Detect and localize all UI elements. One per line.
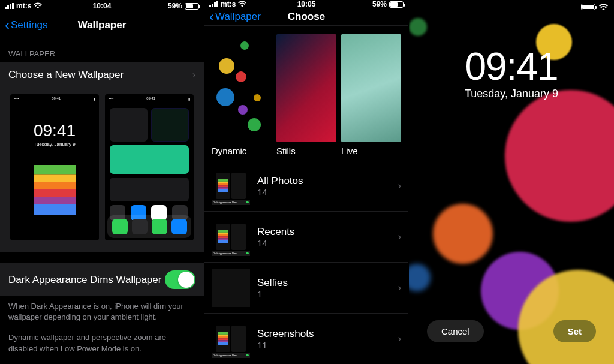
dark-dims-toggle-row: Dark Appearance Dims Wallpaper [0, 263, 204, 296]
nav-title: Wallpaper [78, 19, 127, 31]
back-button[interactable]: ‹ Wallpaper [204, 8, 266, 25]
battery-percent: 59% [372, 0, 387, 8]
choose-label: Choose a New Wallpaper [8, 69, 124, 81]
category-live[interactable]: Live [341, 34, 401, 156]
battery-percent: 59% [168, 2, 182, 10]
wifi-icon [34, 2, 42, 10]
battery-icon [185, 3, 199, 10]
wallpaper-previews: ••••09:41▮ 09:41 Tuesday, January 9 ••••… [0, 88, 204, 252]
action-buttons: Cancel Set [409, 320, 614, 342]
album-thumb: Dark Appearance Dims [212, 320, 250, 358]
footer-text-1: When Dark Appearance is on, iPhone will … [0, 296, 204, 327]
chevron-right-icon: › [192, 70, 195, 80]
footer-text-2: Dynamic wallpaper and perspective zoom a… [0, 327, 204, 359]
panel-wallpaper-settings: mt:s 10:04 59% ‹ Settings Wallpaper WALL… [0, 0, 204, 364]
back-button[interactable]: ‹ Settings [0, 17, 52, 34]
chevron-left-icon: ‹ [209, 8, 214, 25]
category-label: Live [341, 146, 401, 156]
live-thumb [341, 34, 401, 142]
album-thumb: Dark Appearance Dims [212, 218, 250, 256]
carrier-label: mt:s [16, 2, 31, 10]
album-recents[interactable]: Dark Appearance Dims Recents 14 › [204, 212, 408, 263]
dynamic-thumb [212, 34, 272, 142]
chevron-right-icon: › [398, 231, 401, 242]
dark-dims-toggle[interactable] [165, 270, 195, 289]
nav-bar: ‹ Settings Wallpaper [0, 12, 204, 38]
album-name: Recents [257, 226, 391, 238]
back-label: Settings [11, 19, 47, 31]
chevron-right-icon: › [398, 333, 401, 344]
albums-list: Dark Appearance Dims All Photos 14 › Dar… [204, 161, 408, 364]
chevron-right-icon: › [398, 181, 401, 191]
preview-date: Tuesday, January 9 [465, 88, 558, 100]
back-label: Wallpaper [215, 11, 261, 23]
carrier-label: mt:s [221, 0, 236, 8]
battery-icon [581, 4, 595, 10]
album-name: All Photos [257, 175, 391, 187]
album-selfies[interactable]: Selfies 1 › [204, 263, 408, 314]
signal-icon [209, 1, 218, 7]
category-stills[interactable]: Stills [276, 34, 336, 156]
clock-label: 10:04 [93, 2, 112, 10]
album-count: 14 [257, 187, 391, 197]
nav-title: Choose [288, 11, 325, 23]
album-thumb [212, 269, 250, 307]
battery-icon [389, 1, 404, 8]
album-thumb: Dark Appearance Dims [212, 167, 250, 205]
category-label: Stills [276, 146, 336, 156]
set-button[interactable]: Set [553, 320, 596, 342]
wifi-icon [238, 1, 246, 8]
section-header: WALLPAPER [0, 38, 204, 62]
lock-time: 09:41 [34, 121, 76, 140]
wifi-icon [599, 4, 608, 11]
signal-icon [5, 3, 14, 9]
toggle-label: Dark Appearance Dims Wallpaper [8, 274, 161, 286]
chevron-left-icon: ‹ [5, 17, 10, 34]
status-bar [409, 0, 614, 15]
chevron-right-icon: › [398, 282, 401, 293]
stills-thumb [276, 34, 336, 142]
panel-choose-wallpaper: mt:s 10:05 59% ‹ Wallpaper Choose Dynami… [204, 0, 409, 364]
album-count: 1 [257, 289, 391, 299]
album-name: Screenshots [257, 328, 391, 340]
album-count: 14 [257, 238, 391, 248]
apple-logo-icon [34, 165, 76, 215]
cancel-button[interactable]: Cancel [427, 320, 484, 342]
wallpaper-categories: Dynamic Stills Live [204, 26, 408, 161]
category-dynamic[interactable]: Dynamic [212, 34, 272, 156]
album-screenshots[interactable]: Dark Appearance Dims Screenshots 11 › [204, 314, 408, 364]
lock-screen-preview[interactable]: ••••09:41▮ 09:41 Tuesday, January 9 [10, 94, 99, 240]
lock-screen-overlay: 09:41 Tuesday, January 9 [409, 44, 614, 100]
clock-label: 10:05 [297, 0, 316, 8]
choose-new-wallpaper-button[interactable]: Choose a New Wallpaper › [0, 62, 204, 88]
home-screen-preview[interactable]: ••••09:41▮ [105, 94, 194, 240]
album-all-photos[interactable]: Dark Appearance Dims All Photos 14 › [204, 161, 408, 212]
status-bar: mt:s 10:04 59% [0, 0, 204, 12]
album-name: Selfies [257, 277, 391, 289]
album-count: 11 [257, 340, 391, 350]
lock-date: Tuesday, January 9 [34, 142, 75, 147]
category-label: Dynamic [212, 146, 272, 156]
status-bar: mt:s 10:05 59% [204, 0, 408, 8]
preview-time: 09:41 [465, 44, 558, 89]
panel-wallpaper-preview: 09:41 Tuesday, January 9 Cancel Set [409, 0, 614, 364]
nav-bar: ‹ Wallpaper Choose [204, 8, 408, 26]
